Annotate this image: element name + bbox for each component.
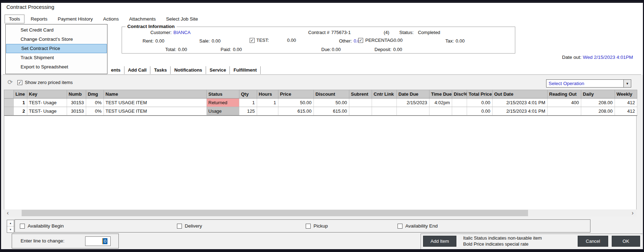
tab-fulfillment[interactable]: Fulfillment bbox=[230, 66, 261, 74]
col-reading-out[interactable]: Reading Out bbox=[547, 90, 581, 99]
cell-discount[interactable]: 615.00 bbox=[313, 107, 349, 116]
cell-status[interactable]: Returned bbox=[206, 99, 239, 107]
cell-line[interactable]: 2 bbox=[13, 107, 27, 116]
refresh-icon[interactable]: ⟳ bbox=[7, 79, 13, 85]
cell-total-price[interactable]: 0.00 bbox=[467, 99, 492, 107]
cell-price[interactable]: 615.00 bbox=[278, 107, 313, 116]
col-out-date[interactable]: Out Date bbox=[492, 90, 547, 99]
cell-price[interactable]: 50.00 bbox=[278, 99, 313, 107]
menu-tools[interactable]: Tools bbox=[5, 15, 24, 23]
show-zero-priced-toggle[interactable]: ✓ Show zero priced items bbox=[17, 80, 73, 85]
cell-qty[interactable]: 1 bbox=[239, 99, 257, 107]
menu-actions[interactable]: Actions bbox=[99, 15, 123, 23]
col-discount[interactable]: Discount bbox=[313, 90, 349, 99]
cell-time-due[interactable]: 4:02pm bbox=[429, 99, 452, 107]
cell-total-price[interactable]: 0.00 bbox=[467, 107, 492, 116]
tab-ents[interactable]: ents bbox=[107, 66, 124, 74]
col-total-price[interactable]: Total Price bbox=[467, 90, 492, 99]
cell-discount[interactable]: 50.00 bbox=[313, 99, 349, 107]
cell-time-due[interactable] bbox=[429, 107, 452, 116]
add-item-button[interactable]: Add Item bbox=[423, 236, 456, 247]
cell-key[interactable]: TEST- Usage bbox=[27, 107, 67, 116]
cell-status[interactable]: Usage bbox=[206, 107, 239, 116]
col-dmg[interactable]: Dmg bbox=[86, 90, 104, 99]
chevron-down-icon[interactable]: ▼ bbox=[623, 80, 631, 87]
menu-item-set-contract-price[interactable]: Set Contract Price bbox=[6, 44, 107, 53]
availability-end-toggle[interactable]: Availability End bbox=[398, 223, 438, 229]
cell-disc-pct[interactable] bbox=[452, 107, 467, 116]
row-selector[interactable] bbox=[4, 99, 13, 107]
pickup-checkbox[interactable] bbox=[306, 224, 311, 229]
cell-reading-out[interactable] bbox=[547, 107, 581, 116]
test-checkbox[interactable]: ✓ bbox=[250, 38, 255, 43]
menu-attachments[interactable]: Attachments bbox=[125, 15, 160, 23]
horizontal-scrollbar[interactable]: ‹ › bbox=[4, 209, 637, 217]
col-hours[interactable]: Hours bbox=[257, 90, 278, 99]
col-subrent[interactable]: Subrent bbox=[349, 90, 372, 99]
menu-item-track-shipment[interactable]: Track Shipment bbox=[6, 53, 107, 62]
scrollbar-thumb[interactable] bbox=[22, 210, 528, 216]
cell-key[interactable]: TEST- Usage bbox=[27, 99, 67, 107]
menu-item-change-contracts-store[interactable]: Change Contract's Store bbox=[6, 35, 107, 44]
col-name[interactable]: Name bbox=[104, 90, 206, 99]
col-status[interactable]: Status bbox=[206, 90, 239, 99]
col-cntr-link[interactable]: Cntr Link bbox=[372, 90, 396, 99]
col-disc-pct[interactable]: Disc% bbox=[452, 90, 467, 99]
cell-hours[interactable]: 1 bbox=[257, 99, 278, 107]
ok-button[interactable]: OK bbox=[612, 236, 640, 247]
menu-item-set-credit-card[interactable]: Set Credit Card bbox=[6, 26, 107, 35]
cell-subrent[interactable] bbox=[349, 99, 372, 107]
cell-dmg[interactable]: 0% bbox=[86, 107, 104, 116]
enter-line-input[interactable]: 0 bbox=[85, 236, 111, 246]
col-qty[interactable]: Qty bbox=[239, 90, 257, 99]
tab-add-call[interactable]: Add Call bbox=[124, 66, 151, 74]
availability-begin-toggle[interactable]: Availability Begin bbox=[20, 223, 64, 229]
select-operation-dropdown[interactable]: Select Operation ▼ bbox=[546, 79, 631, 88]
tab-tasks[interactable]: Tasks bbox=[150, 66, 171, 74]
cell-reading-out[interactable]: 400 bbox=[547, 99, 581, 107]
menu-item-export-to-spreadsheet[interactable]: Export to Spreadsheet bbox=[6, 62, 107, 72]
spinner-down-icon[interactable]: ▼ bbox=[7, 226, 14, 233]
cell-weekly[interactable]: 412 bbox=[615, 99, 637, 107]
cell-name[interactable]: TEST USAGE ITEM bbox=[104, 99, 206, 107]
cell-numb[interactable]: 30153 bbox=[67, 99, 86, 107]
col-numb[interactable]: Numb bbox=[67, 90, 86, 99]
cell-subrent[interactable] bbox=[349, 107, 372, 116]
cell-cntr-link[interactable] bbox=[372, 99, 396, 107]
scroll-left-icon[interactable]: ‹ bbox=[4, 209, 12, 217]
col-price[interactable]: Price bbox=[278, 90, 313, 99]
cell-weekly[interactable]: 412 bbox=[615, 107, 637, 116]
cell-hours[interactable] bbox=[257, 107, 278, 116]
availability-end-checkbox[interactable] bbox=[398, 224, 402, 229]
col-daily[interactable]: Daily bbox=[581, 90, 615, 99]
pickup-toggle[interactable]: Pickup bbox=[306, 223, 328, 229]
availability-begin-checkbox[interactable] bbox=[20, 224, 25, 229]
menu-reports[interactable]: Reports bbox=[27, 15, 51, 23]
scroll-right-icon[interactable]: › bbox=[629, 209, 637, 217]
delivery-toggle[interactable]: Delivery bbox=[177, 223, 202, 229]
cell-date-due[interactable] bbox=[396, 107, 429, 116]
col-line[interactable]: ▲Line bbox=[13, 90, 27, 99]
cell-daily[interactable]: 208.00 bbox=[581, 107, 615, 116]
cell-qty[interactable]: 125 bbox=[239, 107, 257, 116]
cell-date-due[interactable]: 2/15/2023 bbox=[396, 99, 429, 107]
col-date-due[interactable]: Date Due bbox=[396, 90, 429, 99]
show-zero-checkbox[interactable]: ✓ bbox=[17, 80, 22, 85]
col-weekly[interactable]: Weekly bbox=[615, 90, 637, 99]
customer-value[interactable]: BIANCA bbox=[173, 30, 190, 35]
row-selector[interactable] bbox=[4, 107, 13, 116]
cell-daily[interactable]: 208.00 bbox=[581, 99, 615, 107]
cell-out-date[interactable]: 2/15/2023 4:01 PM bbox=[492, 107, 547, 116]
tab-service[interactable]: Service bbox=[206, 66, 230, 74]
col-key[interactable]: Key bbox=[27, 90, 67, 99]
cell-line[interactable]: 1 bbox=[13, 99, 27, 107]
cell-dmg[interactable]: 0% bbox=[86, 99, 104, 107]
tab-notifications[interactable]: Notifications bbox=[171, 66, 206, 74]
percentag-checkbox[interactable]: ✓ bbox=[358, 38, 363, 43]
cancel-button[interactable]: Cancel bbox=[578, 236, 608, 247]
cell-cntr-link[interactable] bbox=[372, 107, 396, 116]
cell-disc-pct[interactable] bbox=[452, 99, 467, 107]
menu-select-job-site[interactable]: Select Job Site bbox=[162, 15, 202, 23]
col-time-due[interactable]: Time Due bbox=[429, 90, 452, 99]
cell-name[interactable]: TEST USAGE ITEM bbox=[104, 107, 206, 116]
